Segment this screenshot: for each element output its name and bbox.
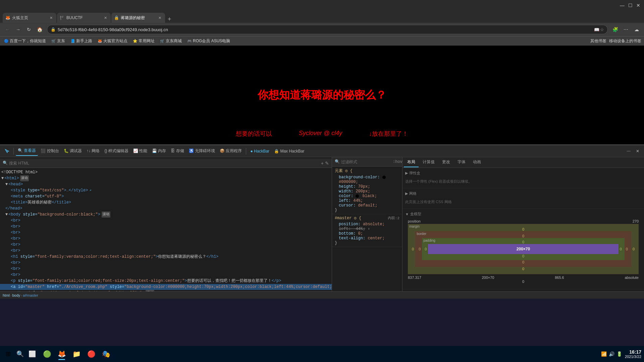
html-pick[interactable]: ✎ bbox=[325, 161, 329, 166]
taskbar-app1[interactable]: 🔴 bbox=[85, 347, 98, 361]
html-line-br4[interactable]: <br> bbox=[0, 236, 332, 242]
tab-animations[interactable]: 动画 bbox=[470, 158, 484, 167]
tab-layout[interactable]: 布局 bbox=[404, 158, 419, 167]
html-line-style[interactable]: <style type="text/css" >…</style> ↗ bbox=[0, 187, 332, 193]
html-line-br3[interactable]: <br> bbox=[0, 230, 332, 236]
tab-home-close[interactable]: ✕ bbox=[48, 15, 54, 20]
breadcrumb-a[interactable]: a#master bbox=[23, 293, 38, 297]
taskbar-sound[interactable]: 🔊 bbox=[609, 351, 614, 357]
mobile-bookmarks[interactable]: 移动设备上的书签 bbox=[609, 38, 641, 44]
html-line-br2[interactable]: <br> bbox=[0, 224, 332, 230]
taskbar-wifi[interactable]: 📶 bbox=[601, 351, 607, 357]
color-swatch-color[interactable] bbox=[356, 194, 359, 198]
html-line-meta[interactable]: <meta charset="utf-8" > bbox=[0, 193, 332, 199]
bookmark-baidu[interactable]: 🔵 百度一下，你就知道 bbox=[3, 38, 47, 45]
css-master-textalign: text-align: center; bbox=[339, 236, 399, 241]
html-line-body[interactable]: ▼ <body style="background-color:black;" … bbox=[0, 212, 332, 218]
bookmark-jd[interactable]: 🛒 京东 bbox=[50, 38, 66, 45]
reader-icon[interactable]: 📖 bbox=[594, 27, 599, 32]
hackbar-tab[interactable]: ● HackBar bbox=[248, 146, 271, 156]
other-bookmarks[interactable]: 其他书签 bbox=[590, 38, 606, 44]
tab-changes[interactable]: 更改 bbox=[439, 158, 453, 167]
html-line-title[interactable]: <title> 英雄谁的秘密 </title> bbox=[0, 199, 332, 205]
tab-home[interactable]: 🦊 火狐主页 ✕ bbox=[3, 13, 56, 23]
taskview-button[interactable]: ⬜ bbox=[27, 349, 38, 359]
bookmark-common[interactable]: ⭐ 常用网址 bbox=[131, 38, 156, 45]
css-filter-input[interactable] bbox=[341, 160, 391, 164]
maximize-button[interactable]: ☐ bbox=[627, 2, 633, 8]
bookmark-jdmall[interactable]: 🛒 京东商城 bbox=[159, 38, 183, 45]
network-tab[interactable]: ↑↓ 网络 bbox=[85, 146, 102, 156]
taskbar-battery[interactable]: 🔋 bbox=[616, 351, 622, 357]
html-line-a[interactable]: <a id="master" href="./Archive_room.php"… bbox=[0, 284, 332, 290]
flexbox-arrow[interactable]: ▶ bbox=[405, 171, 408, 175]
html-search-bar: 🔍 + ✎ bbox=[0, 159, 332, 168]
inspector-tab[interactable]: 🔍 查看器 bbox=[16, 146, 38, 156]
tab-buuctf-close[interactable]: ✕ bbox=[103, 15, 108, 20]
inspector-pick-button[interactable] bbox=[3, 146, 11, 156]
breadcrumb-html[interactable]: html bbox=[3, 293, 10, 297]
box-model-arrow[interactable]: ▼ bbox=[405, 212, 409, 216]
bookmark-star-icon[interactable]: ☆ bbox=[600, 27, 604, 32]
memory-tab[interactable]: 💾 内存 bbox=[150, 146, 168, 156]
tab-secret-close[interactable]: ✕ bbox=[157, 15, 162, 20]
accessibility-tab[interactable]: ♿ 无障碍环境 bbox=[187, 146, 217, 156]
html-line-p[interactable]: <p style="font-family:arial;color:red;fo… bbox=[0, 278, 332, 284]
taskbar-chrome[interactable]: 🟢 bbox=[40, 347, 54, 361]
tab-computed[interactable]: 计算值 bbox=[419, 158, 438, 167]
page-link1[interactable]: 想要的话可以 bbox=[236, 130, 272, 138]
taskbar-sys-icons: 📶 🔊 🔋 bbox=[601, 351, 622, 357]
forward-button[interactable]: → bbox=[13, 25, 23, 34]
minimize-button[interactable]: — bbox=[619, 2, 625, 8]
bookmark-rog[interactable]: 🎮 ROG会员 ASUS电脑 bbox=[186, 38, 231, 45]
html-line-br9[interactable]: <br> bbox=[0, 272, 332, 278]
address-bar[interactable]: 🔒 5d78c518-f6b0-4efd-8150-98da09cf9249.n… bbox=[47, 25, 608, 34]
back-button[interactable]: ← bbox=[3, 25, 12, 34]
debugger-tab[interactable]: 🐛 调试器 bbox=[62, 146, 84, 156]
css-state-btn[interactable]: :hov bbox=[393, 160, 402, 164]
performance-tab[interactable]: 📈 性能 bbox=[131, 146, 149, 156]
style-link-icon[interactable]: ↗ bbox=[89, 187, 91, 193]
html-search-input[interactable] bbox=[9, 161, 320, 166]
html-line-br6[interactable]: <br> bbox=[0, 248, 332, 254]
html-line-br1[interactable]: <br> bbox=[0, 218, 332, 224]
html-line-h1[interactable]: <h1 style="font-family:verdana;color:red… bbox=[0, 254, 332, 260]
home-button[interactable]: 🏠 bbox=[35, 25, 44, 34]
storage-tab[interactable]: 🗄 存储 bbox=[169, 146, 186, 156]
html-line-head[interactable]: ▼ <head> bbox=[0, 181, 332, 187]
html-line-br5[interactable]: <br> bbox=[0, 242, 332, 248]
page-link3[interactable]: ↓放在那里了！ bbox=[369, 130, 408, 138]
html-add-node[interactable]: + bbox=[321, 161, 324, 166]
new-tab-button[interactable]: + bbox=[166, 16, 173, 23]
html-line-br8[interactable]: <br> bbox=[0, 266, 332, 272]
html-line-html[interactable]: ▼ <html> 滚动 bbox=[0, 175, 332, 181]
reload-button[interactable]: ↻ bbox=[24, 25, 34, 34]
tab-fonts[interactable]: 字体 bbox=[454, 158, 469, 167]
grid-arrow[interactable]: ▶ bbox=[405, 191, 408, 196]
tab-buuctf[interactable]: 🏴 BUUCTF ✕ bbox=[57, 13, 111, 23]
sync-button[interactable]: ☁ bbox=[632, 25, 641, 34]
tab-secret[interactable]: 🔒 蒋璐源的秘密 ✕ bbox=[111, 13, 165, 23]
taskbar-firefox[interactable]: 🦊 bbox=[55, 347, 68, 361]
console-tab[interactable]: ⬛ 控制台 bbox=[39, 146, 61, 156]
devtools-settings[interactable]: ⋯ bbox=[625, 146, 633, 156]
html-line-br7[interactable]: <br> bbox=[0, 260, 332, 266]
more-button[interactable]: ⋯ bbox=[621, 25, 631, 34]
color-swatch-black[interactable] bbox=[382, 176, 386, 179]
apps-tab[interactable]: 📦 应用程序 bbox=[218, 146, 244, 156]
close-button[interactable]: ✕ bbox=[635, 2, 641, 8]
start-button[interactable]: ⊞ bbox=[3, 349, 13, 359]
maxhackbar-tab[interactable]: 🔒 Max HackBar bbox=[272, 146, 306, 156]
html-line-head-close[interactable]: </head> bbox=[0, 205, 332, 212]
taskbar-explorer[interactable]: 📁 bbox=[70, 347, 83, 361]
bookmark-firefox[interactable]: 🦊 火狐官方站点 bbox=[96, 38, 129, 45]
bookmark-newbie[interactable]: 📘 新手上路 bbox=[69, 38, 94, 45]
styles-tab[interactable]: {} 样式编辑器 bbox=[102, 146, 130, 156]
search-button[interactable]: 🔍 bbox=[15, 349, 25, 359]
taskbar-app2[interactable]: 🎭 bbox=[99, 347, 113, 361]
devtools-close[interactable]: ✕ bbox=[634, 146, 641, 156]
breadcrumb-body[interactable]: body bbox=[12, 293, 20, 297]
extensions-button[interactable]: 🧩 bbox=[610, 25, 620, 34]
taskbar-time[interactable]: 16:17 2021/3/22 bbox=[625, 349, 641, 359]
common-icon: ⭐ bbox=[133, 39, 138, 43]
